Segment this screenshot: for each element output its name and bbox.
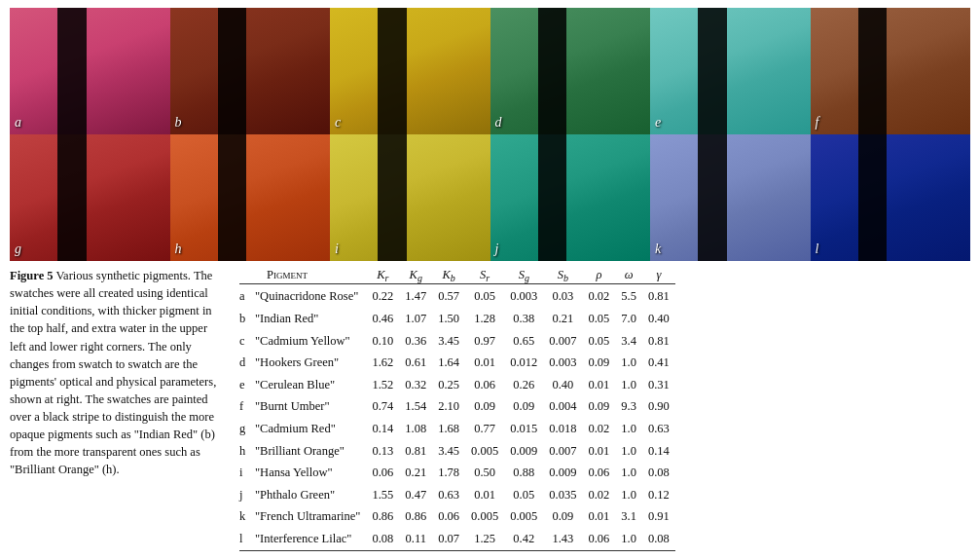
cell-Kg-f: 1.54 xyxy=(399,396,432,419)
swatch-e: e xyxy=(650,8,811,134)
cell-Sr-i: 0.50 xyxy=(465,462,504,484)
cell-Kb-b: 1.50 xyxy=(432,308,465,330)
cell-omega-a: 5.5 xyxy=(615,284,642,309)
cell-omega-c: 3.4 xyxy=(615,330,642,353)
cell-Kg-k: 0.86 xyxy=(399,506,432,529)
cell-id-h: h xyxy=(239,440,251,463)
cell-Kr-j: 1.55 xyxy=(366,484,399,506)
cell-Kr-i: 0.06 xyxy=(366,462,399,484)
cell-pigment-e: "Cerulean Blue" xyxy=(251,374,366,396)
cell-rho-i: 0.06 xyxy=(582,462,615,484)
cell-pigment-h: "Brilliant Orange" xyxy=(251,440,366,463)
cell-Kb-c: 3.45 xyxy=(432,330,465,353)
cell-Sb-e: 0.40 xyxy=(543,374,582,396)
cell-gamma-e: 0.31 xyxy=(642,374,675,396)
cell-gamma-c: 0.81 xyxy=(642,330,675,353)
cell-id-k: k xyxy=(239,506,251,529)
cell-pigment-l: "Interference Lilac" xyxy=(251,528,366,550)
swatches-row-2: g h i j k l xyxy=(10,134,970,261)
cell-gamma-b: 0.40 xyxy=(642,308,675,330)
swatch-f: f xyxy=(811,8,971,134)
cell-Sg-f: 0.09 xyxy=(504,396,543,419)
cell-omega-f: 9.3 xyxy=(615,396,642,419)
swatch-h: h xyxy=(170,134,331,261)
cell-Kg-b: 1.07 xyxy=(399,308,432,330)
header-rho: ρ xyxy=(582,267,615,284)
cell-Sr-d: 0.01 xyxy=(465,352,504,374)
cell-Sg-l: 0.42 xyxy=(504,528,543,550)
cell-rho-l: 0.06 xyxy=(582,528,615,550)
swatch-label-k: k xyxy=(655,242,661,257)
swatch-label-j: j xyxy=(495,242,499,257)
cell-pigment-c: "Cadmium Yellow" xyxy=(251,330,366,353)
cell-Sb-d: 0.003 xyxy=(543,352,582,374)
table-row: h "Brilliant Orange" 0.13 0.81 3.45 0.00… xyxy=(239,440,675,463)
cell-Sg-i: 0.88 xyxy=(504,462,543,484)
table-row: j "Phthalo Green" 1.55 0.47 0.63 0.01 0.… xyxy=(239,484,675,506)
table-row: i "Hansa Yellow" 0.06 0.21 1.78 0.50 0.8… xyxy=(239,462,675,484)
cell-rho-h: 0.01 xyxy=(582,440,615,463)
cell-Kb-l: 0.07 xyxy=(432,528,465,550)
swatch-b: b xyxy=(170,8,331,134)
cell-Kg-j: 0.47 xyxy=(399,484,432,506)
cell-Sb-c: 0.007 xyxy=(543,330,582,353)
cell-rho-c: 0.05 xyxy=(582,330,615,353)
header-Sg: Sg xyxy=(504,267,543,284)
cell-id-e: e xyxy=(239,374,251,396)
cell-pigment-b: "Indian Red" xyxy=(251,308,366,330)
header-row-id xyxy=(239,267,251,284)
cell-Kg-h: 0.81 xyxy=(399,440,432,463)
page: a b c d e f g h xyxy=(0,0,980,559)
figure-label: Figure 5 xyxy=(10,269,54,282)
cell-Sb-b: 0.21 xyxy=(543,308,582,330)
table-row: b "Indian Red" 0.46 1.07 1.50 1.28 0.38 … xyxy=(239,308,675,330)
cell-gamma-a: 0.81 xyxy=(642,284,675,309)
table-row: d "Hookers Green" 1.62 0.61 1.64 0.01 0.… xyxy=(239,352,675,374)
cell-Kb-h: 3.45 xyxy=(432,440,465,463)
cell-Sg-j: 0.05 xyxy=(504,484,543,506)
cell-Kb-i: 1.78 xyxy=(432,462,465,484)
cell-gamma-g: 0.63 xyxy=(642,418,675,440)
cell-Sb-k: 0.09 xyxy=(543,506,582,529)
cell-Kb-f: 2.10 xyxy=(432,396,465,419)
data-table-wrapper: Pigment Kr Kg Kb Sr Sg Sb ρ ω γ a "Quina… xyxy=(239,267,970,551)
swatch-label-h: h xyxy=(175,242,182,257)
cell-pigment-g: "Cadmium Red" xyxy=(251,418,366,440)
cell-Sb-f: 0.004 xyxy=(543,396,582,419)
cell-id-c: c xyxy=(239,330,251,353)
cell-gamma-h: 0.14 xyxy=(642,440,675,463)
figure-caption-text: Various synthetic pigments. The swatches… xyxy=(10,269,216,476)
cell-Kb-d: 1.64 xyxy=(432,352,465,374)
table-row: c "Cadmium Yellow" 0.10 0.36 3.45 0.97 0… xyxy=(239,330,675,353)
cell-Sb-j: 0.035 xyxy=(543,484,582,506)
cell-id-b: b xyxy=(239,308,251,330)
cell-Sb-a: 0.03 xyxy=(543,284,582,309)
cell-Kr-f: 0.74 xyxy=(366,396,399,419)
cell-Kb-g: 1.68 xyxy=(432,418,465,440)
header-Sb: Sb xyxy=(543,267,582,284)
swatches-row-1: a b c d e f xyxy=(10,8,970,134)
cell-pigment-a: "Quinacridone Rose" xyxy=(251,284,366,309)
cell-Kr-l: 0.08 xyxy=(366,528,399,550)
cell-gamma-d: 0.41 xyxy=(642,352,675,374)
cell-omega-b: 7.0 xyxy=(615,308,642,330)
cell-omega-h: 1.0 xyxy=(615,440,642,463)
cell-Kg-i: 0.21 xyxy=(399,462,432,484)
cell-rho-j: 0.02 xyxy=(582,484,615,506)
table-row: g "Cadmium Red" 0.14 1.08 1.68 0.77 0.01… xyxy=(239,418,675,440)
cell-rho-f: 0.09 xyxy=(582,396,615,419)
cell-Sb-l: 1.43 xyxy=(543,528,582,550)
cell-pigment-k: "French Ultramarine" xyxy=(251,506,366,529)
cell-Kg-d: 0.61 xyxy=(399,352,432,374)
cell-Sr-g: 0.77 xyxy=(465,418,504,440)
header-Sr: Sr xyxy=(465,267,504,284)
cell-id-l: l xyxy=(239,528,251,550)
cell-Kr-c: 0.10 xyxy=(366,330,399,353)
cell-Kg-a: 1.47 xyxy=(399,284,432,309)
cell-Kg-g: 1.08 xyxy=(399,418,432,440)
table-row: a "Quinacridone Rose" 0.22 1.47 0.57 0.0… xyxy=(239,284,675,309)
cell-Sb-h: 0.007 xyxy=(543,440,582,463)
cell-id-d: d xyxy=(239,352,251,374)
cell-Sb-g: 0.018 xyxy=(543,418,582,440)
swatch-label-e: e xyxy=(655,115,661,130)
